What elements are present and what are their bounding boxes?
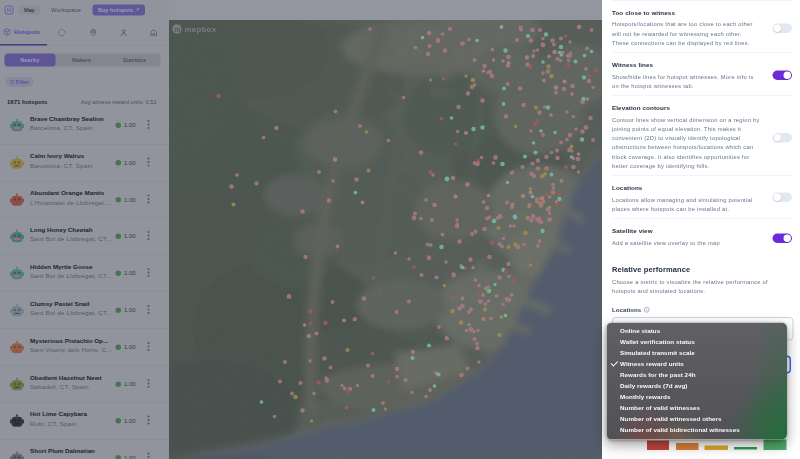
svg-text:m: m	[175, 26, 181, 33]
svg-text:mapbox: mapbox	[185, 25, 217, 34]
